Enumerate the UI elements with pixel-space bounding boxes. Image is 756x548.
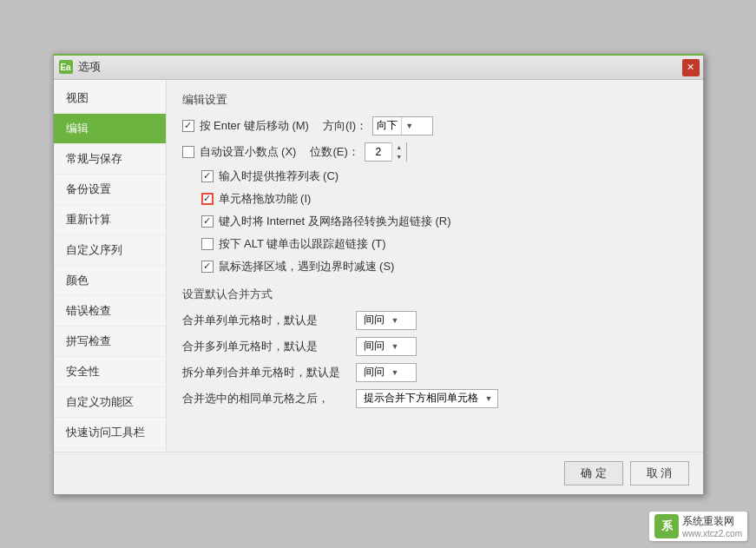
merge-single-value: 间问	[364, 313, 385, 327]
direction-select[interactable]: 向下 ▼	[372, 116, 433, 135]
hyperlink-row: 键入时将 Internet 及网络路径转换为超链接 (R)	[182, 214, 687, 229]
alt-click-row: 按下 ALT 键单击以跟踪超链接 (T)	[182, 236, 687, 252]
direction-value: 向下	[377, 118, 398, 133]
digits-spin-buttons: ▲ ▼	[391, 142, 406, 162]
split-single-label: 拆分单列合并单元格时，默认是	[182, 365, 356, 380]
mouse-select-label: 鼠标选择区域，遇到边界时减速 (S)	[219, 259, 395, 274]
dragdrop-label: 单元格拖放功能 (I)	[219, 191, 312, 207]
merge-same-label: 合并选中的相同单元格之后，	[182, 391, 356, 406]
sidebar-item-quick-access[interactable]: 快速访问工具栏	[54, 418, 166, 448]
enter-key-checkbox-wrapper: 按 Enter 键后移动 (M)	[182, 118, 309, 134]
hyperlink-label: 键入时将 Internet 及网络路径转换为超链接 (R)	[219, 214, 451, 229]
sidebar-item-spell-check[interactable]: 拼写检查	[54, 327, 166, 357]
decimal-label: 自动设置小数点 (X)	[200, 144, 297, 160]
merge-same-row: 合并选中的相同单元格之后， 提示合并下方相同单元格 ▼	[182, 389, 687, 408]
direction-arrow-icon: ▼	[401, 117, 413, 135]
sidebar-item-view[interactable]: 视图	[54, 83, 166, 114]
merge-settings-section: 设置默认合并方式 合并单列单元格时，默认是 间问 ▼ 合并多列单元格时，默认是 …	[182, 287, 687, 408]
digits-label: 位数(E)：	[310, 144, 358, 160]
dragdrop-row: 单元格拖放功能 (I)	[182, 191, 687, 207]
digits-decrement[interactable]: ▼	[392, 152, 406, 162]
sidebar-item-error-check[interactable]: 错误检查	[54, 296, 166, 327]
alt-click-checkbox[interactable]	[201, 238, 214, 250]
hyperlink-checkbox[interactable]	[201, 215, 214, 228]
dialog-footer: 确 定 取 消	[54, 452, 703, 494]
cancel-button[interactable]: 取 消	[630, 461, 689, 485]
sidebar-item-edit[interactable]: 编辑	[54, 114, 166, 144]
merge-multi-value: 间问	[364, 339, 385, 353]
options-dialog: Ea 选项 ✕ 视图 编辑 常规与保存 备份设置 重新计算 自定义序列 颜色 错…	[53, 54, 704, 495]
ok-button[interactable]: 确 定	[564, 461, 623, 485]
split-single-row: 拆分单列合并单元格时，默认是 间问 ▼	[182, 363, 687, 382]
merge-multi-arrow-icon: ▼	[391, 342, 399, 351]
merge-settings-title: 设置默认合并方式	[182, 287, 687, 302]
edit-settings-section: 编辑设置 按 Enter 键后移动 (M) 方向(I)： 向下 ▼	[182, 92, 687, 274]
merge-single-arrow-icon: ▼	[391, 316, 399, 325]
edit-settings-title: 编辑设置	[182, 92, 687, 108]
digits-field[interactable]	[365, 146, 391, 158]
merge-single-dropdown[interactable]: 间问 ▼	[356, 311, 417, 330]
merge-multi-label: 合并多列单元格时，默认是	[182, 339, 356, 354]
alt-click-label: 按下 ALT 键单击以跟踪超链接 (T)	[219, 236, 386, 252]
mouse-select-row: 鼠标选择区域，遇到边界时减速 (S)	[182, 259, 687, 274]
main-content: 视图 编辑 常规与保存 备份设置 重新计算 自定义序列 颜色 错误检查 拼写检查…	[54, 80, 703, 452]
dragdrop-checkbox[interactable]	[201, 193, 214, 205]
enter-key-row: 按 Enter 键后移动 (M) 方向(I)： 向下 ▼	[182, 116, 687, 135]
watermark-icon: 系	[654, 514, 679, 538]
direction-label: 方向(I)：	[323, 118, 367, 134]
enter-key-checkbox[interactable]	[182, 120, 194, 132]
mouse-select-checkbox[interactable]	[201, 261, 214, 273]
recommend-label: 输入时提供推荐列表 (C)	[219, 168, 339, 184]
sidebar-item-custom-seq[interactable]: 自定义序列	[54, 235, 166, 266]
close-button[interactable]: ✕	[682, 59, 700, 76]
decimal-row: 自动设置小数点 (X) 位数(E)： ▲ ▼	[182, 142, 687, 162]
split-single-arrow-icon: ▼	[391, 368, 399, 377]
sidebar-item-backup[interactable]: 备份设置	[54, 175, 166, 205]
digits-increment[interactable]: ▲	[392, 142, 406, 152]
titlebar: Ea 选项 ✕	[54, 56, 703, 80]
enter-key-label: 按 Enter 键后移动 (M)	[200, 118, 309, 134]
digits-input[interactable]: ▲ ▼	[365, 142, 407, 162]
merge-single-label: 合并单列单元格时，默认是	[182, 313, 356, 328]
split-single-dropdown[interactable]: 间问 ▼	[356, 363, 417, 382]
merge-same-value: 提示合并下方相同单元格	[364, 391, 478, 406]
sidebar-item-general-save[interactable]: 常规与保存	[54, 144, 166, 175]
split-single-value: 间问	[364, 365, 385, 380]
merge-single-row: 合并单列单元格时，默认是 间问 ▼	[182, 311, 687, 330]
merge-multi-dropdown[interactable]: 间问 ▼	[356, 337, 417, 356]
app-icon: Ea	[59, 60, 73, 74]
sidebar-item-security[interactable]: 安全性	[54, 357, 166, 387]
recommend-row: 输入时提供推荐列表 (C)	[182, 168, 687, 184]
right-panel: 编辑设置 按 Enter 键后移动 (M) 方向(I)： 向下 ▼	[167, 80, 703, 452]
decimal-checkbox[interactable]	[182, 146, 194, 158]
sidebar-item-custom-ribbon[interactable]: 自定义功能区	[54, 387, 166, 418]
sidebar-item-recalc[interactable]: 重新计算	[54, 205, 166, 235]
window-title: 选项	[78, 59, 101, 75]
decimal-checkbox-wrapper: 自动设置小数点 (X)	[182, 144, 297, 160]
sidebar-item-color[interactable]: 颜色	[54, 266, 166, 296]
recommend-checkbox[interactable]	[201, 170, 214, 182]
watermark: 系 系统重装网 www.xtcz2.com	[649, 512, 747, 541]
merge-same-dropdown[interactable]: 提示合并下方相同单元格 ▼	[356, 389, 499, 408]
watermark-text: 系统重装网 www.xtcz2.com	[682, 514, 742, 538]
sidebar: 视图 编辑 常规与保存 备份设置 重新计算 自定义序列 颜色 错误检查 拼写检查…	[54, 80, 167, 452]
merge-multi-row: 合并多列单元格时，默认是 间问 ▼	[182, 337, 687, 356]
merge-same-arrow-icon: ▼	[485, 394, 493, 403]
